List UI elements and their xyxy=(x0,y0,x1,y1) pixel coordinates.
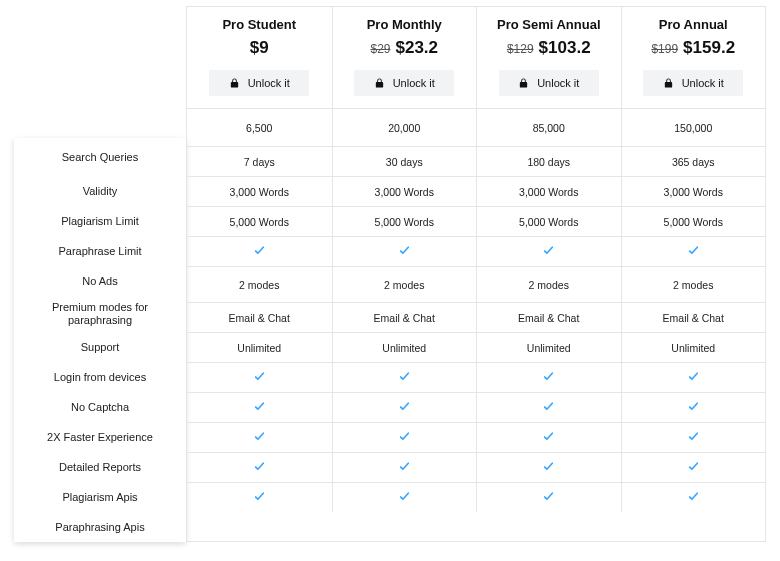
feature-value xyxy=(187,452,332,482)
plan-name: Pro Semi Annual xyxy=(481,17,617,32)
feature-value: 6,500 xyxy=(187,108,332,146)
lock-icon xyxy=(663,77,674,89)
feature-value xyxy=(187,236,332,266)
plan-price: $159.2 xyxy=(683,38,735,58)
feature-value xyxy=(333,452,477,482)
check-mark xyxy=(398,400,411,415)
unlock-button[interactable]: Unlock it xyxy=(499,70,599,96)
check-icon xyxy=(542,370,555,383)
plan-name: Pro Student xyxy=(191,17,328,32)
feature-value xyxy=(477,362,621,392)
check-mark xyxy=(687,430,700,445)
feature-value xyxy=(477,392,621,422)
original-price: $29 xyxy=(370,42,390,56)
lock-icon xyxy=(518,77,529,89)
check-mark xyxy=(253,490,266,505)
feature-value xyxy=(622,392,766,422)
check-mark xyxy=(687,400,700,415)
original-price: $129 xyxy=(507,42,534,56)
feature-label: Login from devices xyxy=(14,362,186,392)
feature-value: 2 modes xyxy=(187,266,332,302)
unlock-button[interactable]: Unlock it xyxy=(643,70,743,96)
feature-value: 5,000 Words xyxy=(187,206,332,236)
plan-name: Pro Annual xyxy=(626,17,762,32)
feature-value xyxy=(333,236,477,266)
plan-price: $23.2 xyxy=(395,38,438,58)
check-icon xyxy=(398,490,411,503)
feature-value xyxy=(477,452,621,482)
check-icon xyxy=(542,244,555,257)
feature-value xyxy=(622,482,766,512)
feature-value: Unlimited xyxy=(622,332,766,362)
unlock-label: Unlock it xyxy=(248,77,290,89)
check-icon xyxy=(253,244,266,257)
feature-value xyxy=(333,392,477,422)
check-mark xyxy=(253,370,266,385)
check-mark xyxy=(253,430,266,445)
check-mark xyxy=(687,460,700,475)
feature-value xyxy=(622,236,766,266)
feature-value: 30 days xyxy=(333,146,477,176)
check-icon xyxy=(687,460,700,473)
feature-label: Search Queries xyxy=(14,138,186,176)
check-mark xyxy=(398,490,411,505)
check-icon xyxy=(398,400,411,413)
feature-labels-column: Search QueriesValidityPlagiarism LimitPa… xyxy=(14,138,186,542)
feature-label: Paraphrase Limit xyxy=(14,236,186,266)
check-icon xyxy=(687,400,700,413)
feature-value: 3,000 Words xyxy=(187,176,332,206)
plan-header: Pro Semi Annual$129$103.2 xyxy=(477,7,621,70)
feature-value: 3,000 Words xyxy=(333,176,477,206)
feature-value xyxy=(622,422,766,452)
check-icon xyxy=(687,430,700,443)
check-mark xyxy=(687,244,700,259)
original-price: $199 xyxy=(651,42,678,56)
feature-value: Email & Chat xyxy=(477,302,621,332)
feature-value: 7 days xyxy=(187,146,332,176)
feature-label: No Captcha xyxy=(14,392,186,422)
feature-label: No Ads xyxy=(14,266,186,296)
plan-price-row: $29$23.2 xyxy=(337,38,473,58)
feature-label: Detailed Reports xyxy=(14,452,186,482)
feature-value: 5,000 Words xyxy=(477,206,621,236)
lock-icon xyxy=(374,77,385,89)
feature-value xyxy=(622,362,766,392)
check-mark xyxy=(542,460,555,475)
plan-price-row: $9 xyxy=(191,38,328,58)
feature-value: Email & Chat xyxy=(187,302,332,332)
check-mark xyxy=(398,460,411,475)
feature-value xyxy=(477,236,621,266)
feature-value xyxy=(333,362,477,392)
check-icon xyxy=(253,370,266,383)
check-icon xyxy=(398,370,411,383)
feature-value: Email & Chat xyxy=(333,302,477,332)
feature-value xyxy=(477,482,621,512)
feature-label: 2X Faster Experience xyxy=(14,422,186,452)
plan-price-row: $199$159.2 xyxy=(626,38,762,58)
feature-value: 20,000 xyxy=(333,108,477,146)
plan-name: Pro Monthly xyxy=(337,17,473,32)
feature-value: 5,000 Words xyxy=(333,206,477,236)
check-mark xyxy=(542,430,555,445)
plan-header: Pro Annual$199$159.2 xyxy=(622,7,766,70)
check-icon xyxy=(687,244,700,257)
feature-value: 5,000 Words xyxy=(622,206,766,236)
pricing-table: Search QueriesValidityPlagiarism LimitPa… xyxy=(0,0,780,556)
check-mark xyxy=(687,370,700,385)
feature-label: Support xyxy=(14,332,186,362)
check-mark xyxy=(253,400,266,415)
feature-label: Plagiarism Apis xyxy=(14,482,186,512)
check-icon xyxy=(542,490,555,503)
plans-row: Pro Student$9Unlock it6,5007 days3,000 W… xyxy=(187,7,765,512)
lock-icon xyxy=(229,77,240,89)
unlock-button[interactable]: Unlock it xyxy=(209,70,309,96)
unlock-button[interactable]: Unlock it xyxy=(354,70,454,96)
feature-value xyxy=(622,452,766,482)
feature-value xyxy=(333,482,477,512)
check-icon xyxy=(398,244,411,257)
feature-value: Unlimited xyxy=(333,332,477,362)
check-icon xyxy=(687,370,700,383)
plan-price: $103.2 xyxy=(539,38,591,58)
feature-value: 180 days xyxy=(477,146,621,176)
plan-column: Pro Student$9Unlock it6,5007 days3,000 W… xyxy=(187,7,332,512)
